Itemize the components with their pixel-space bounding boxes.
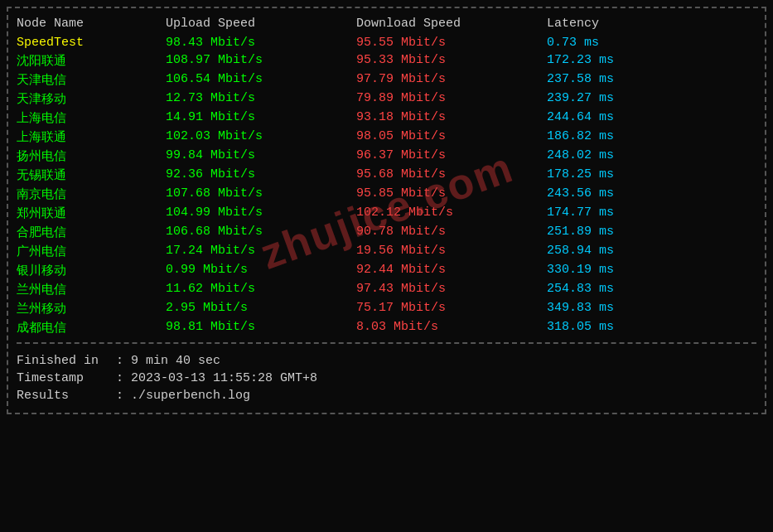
col-node-value: 兰州移动	[17, 301, 166, 317]
col-upload-value: 17.24 Mbit/s	[166, 244, 356, 259]
col-latency-value: 244.64 ms	[547, 110, 713, 126]
col-upload-value: 102.03 Mbit/s	[166, 129, 356, 145]
table-body: SpeedTest98.43 Mbit/s95.55 Mbit/s0.73 ms…	[17, 34, 756, 337]
col-header-upload: Upload Speed	[166, 17, 356, 31]
col-download-value: 95.68 Mbit/s	[356, 167, 547, 183]
table-section: Node Name Upload Speed Download Speed La…	[17, 13, 756, 337]
col-node-value: 合肥电信	[17, 225, 166, 240]
col-download-value: 93.18 Mbit/s	[356, 110, 547, 126]
col-upload-value: 2.95 Mbit/s	[166, 301, 356, 317]
col-latency-value: 237.58 ms	[547, 72, 713, 88]
col-upload-value: 11.62 Mbit/s	[166, 282, 356, 297]
col-node-value: 广州电信	[17, 244, 166, 259]
col-latency-value: 0.73 ms	[547, 36, 713, 50]
finished-label: Finished in	[17, 354, 116, 368]
col-node-value: 上海联通	[17, 129, 166, 145]
col-download-value: 95.33 Mbit/s	[356, 53, 547, 69]
col-latency-value: 349.83 ms	[547, 301, 713, 317]
col-upload-value: 98.81 Mbit/s	[166, 320, 356, 336]
col-download-value: 79.89 Mbit/s	[356, 91, 547, 107]
table-row: 上海联通102.03 Mbit/s98.05 Mbit/s186.82 ms	[17, 128, 756, 147]
col-download-value: 90.78 Mbit/s	[356, 225, 547, 240]
table-row: 天津移动12.73 Mbit/s79.89 Mbit/s239.27 ms	[17, 89, 756, 109]
footer-finished: Finished in : 9 min 40 sec	[17, 352, 756, 370]
col-latency-value: 251.89 ms	[547, 225, 713, 240]
col-latency-value: 258.94 ms	[547, 244, 713, 259]
col-upload-value: 92.36 Mbit/s	[166, 167, 356, 183]
col-node-value: 兰州电信	[17, 282, 166, 297]
col-upload-value: 107.68 Mbit/s	[166, 186, 356, 202]
col-header-latency: Latency	[547, 17, 713, 31]
footer-results: Results : ./superbench.log	[17, 387, 756, 404]
col-node-value: 无锡联通	[17, 167, 166, 183]
col-download-value: 75.17 Mbit/s	[356, 301, 547, 317]
col-upload-value: 104.99 Mbit/s	[166, 206, 356, 221]
col-download-value: 98.05 Mbit/s	[356, 129, 547, 145]
col-upload-value: 0.99 Mbit/s	[166, 263, 356, 278]
col-download-value: 95.85 Mbit/s	[356, 186, 547, 202]
col-node-value: 南京电信	[17, 186, 166, 202]
col-latency-value: 248.02 ms	[547, 148, 713, 164]
table-row: 成都电信98.81 Mbit/s8.03 Mbit/s318.05 ms	[17, 318, 756, 337]
col-latency-value: 243.56 ms	[547, 186, 713, 202]
col-download-value: 95.55 Mbit/s	[356, 36, 547, 50]
table-row: 兰州电信11.62 Mbit/s97.43 Mbit/s254.83 ms	[17, 280, 756, 299]
col-download-value: 92.44 Mbit/s	[356, 263, 547, 278]
col-header-download: Download Speed	[356, 17, 547, 31]
col-node-value: 银川移动	[17, 263, 166, 278]
col-download-value: 19.56 Mbit/s	[356, 244, 547, 259]
table-row: 南京电信107.68 Mbit/s95.85 Mbit/s243.56 ms	[17, 185, 756, 204]
col-download-value: 97.43 Mbit/s	[356, 282, 547, 297]
col-latency-value: 318.05 ms	[547, 320, 713, 336]
table-row: 无锡联通92.36 Mbit/s95.68 Mbit/s178.25 ms	[17, 166, 756, 185]
table-row: 扬州电信99.84 Mbit/s96.37 Mbit/s248.02 ms	[17, 147, 756, 166]
table-row: 合肥电信106.68 Mbit/s90.78 Mbit/s251.89 ms	[17, 223, 756, 242]
results-value: : ./superbench.log	[116, 389, 250, 403]
table-row: 上海电信14.91 Mbit/s93.18 Mbit/s244.64 ms	[17, 109, 756, 128]
col-latency-value: 330.19 ms	[547, 263, 713, 278]
finished-value: : 9 min 40 sec	[116, 354, 220, 368]
timestamp-label: Timestamp	[17, 371, 116, 385]
col-latency-value: 186.82 ms	[547, 129, 713, 145]
col-latency-value: 254.83 ms	[547, 282, 713, 297]
table-row: SpeedTest98.43 Mbit/s95.55 Mbit/s0.73 ms	[17, 34, 756, 51]
col-upload-value: 12.73 Mbit/s	[166, 91, 356, 107]
table-row: 天津电信106.54 Mbit/s97.79 Mbit/s237.58 ms	[17, 70, 756, 89]
col-upload-value: 106.68 Mbit/s	[166, 225, 356, 240]
col-upload-value: 108.97 Mbit/s	[166, 53, 356, 69]
col-upload-value: 106.54 Mbit/s	[166, 72, 356, 88]
col-header-node: Node Name	[17, 17, 166, 31]
col-node-value: 天津移动	[17, 91, 166, 107]
timestamp-value: : 2023-03-13 11:55:28 GMT+8	[116, 371, 317, 385]
footer-section: Finished in : 9 min 40 sec Timestamp : 2…	[17, 349, 756, 404]
table-row: 广州电信17.24 Mbit/s19.56 Mbit/s258.94 ms	[17, 242, 756, 261]
col-node-value: SpeedTest	[17, 36, 166, 50]
col-download-value: 97.79 Mbit/s	[356, 72, 547, 88]
col-node-value: 郑州联通	[17, 206, 166, 221]
footer-timestamp: Timestamp : 2023-03-13 11:55:28 GMT+8	[17, 370, 756, 387]
col-download-value: 96.37 Mbit/s	[356, 148, 547, 164]
table-row: 银川移动0.99 Mbit/s92.44 Mbit/s330.19 ms	[17, 261, 756, 280]
col-upload-value: 98.43 Mbit/s	[166, 36, 356, 50]
col-latency-value: 172.23 ms	[547, 53, 713, 69]
col-latency-value: 239.27 ms	[547, 91, 713, 107]
col-node-value: 成都电信	[17, 320, 166, 336]
col-download-value: 102.12 Mbit/s	[356, 206, 547, 221]
col-latency-value: 178.25 ms	[547, 167, 713, 183]
col-node-value: 天津电信	[17, 72, 166, 88]
col-upload-value: 14.91 Mbit/s	[166, 110, 356, 126]
col-node-value: 沈阳联通	[17, 53, 166, 69]
col-node-value: 扬州电信	[17, 148, 166, 164]
main-container: zhujice.com Node Name Upload Speed Downl…	[7, 7, 766, 414]
table-row: 兰州移动2.95 Mbit/s75.17 Mbit/s349.83 ms	[17, 299, 756, 318]
table-row: 郑州联通104.99 Mbit/s102.12 Mbit/s174.77 ms	[17, 204, 756, 223]
table-header: Node Name Upload Speed Download Speed La…	[17, 13, 756, 34]
col-latency-value: 174.77 ms	[547, 206, 713, 221]
table-row: 沈阳联通108.97 Mbit/s95.33 Mbit/s172.23 ms	[17, 51, 756, 70]
col-download-value: 8.03 Mbit/s	[356, 320, 547, 336]
results-label: Results	[17, 389, 116, 403]
col-upload-value: 99.84 Mbit/s	[166, 148, 356, 164]
col-node-value: 上海电信	[17, 110, 166, 126]
divider-bottom	[17, 342, 756, 344]
